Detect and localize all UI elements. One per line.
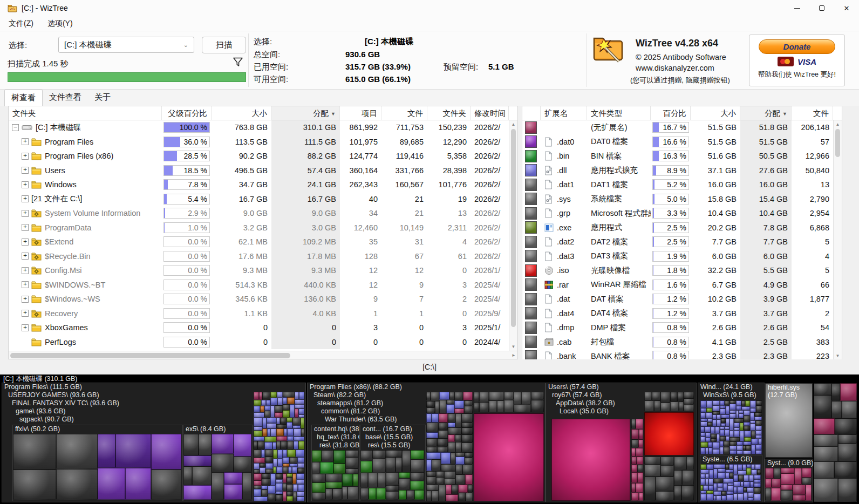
- treemap-tile[interactable]: [265, 469, 273, 473]
- treemap-tile[interactable]: [254, 489, 261, 496]
- treemap-tile[interactable]: [737, 451, 743, 454]
- treemap-tile[interactable]: [266, 400, 270, 406]
- treemap-tile[interactable]: [444, 471, 455, 479]
- treemap-tile[interactable]: [835, 418, 857, 434]
- treemap-tile[interactable]: [774, 468, 781, 479]
- treemap-tile[interactable]: [711, 434, 717, 438]
- treemap-tile[interactable]: [707, 422, 712, 426]
- treemap-tile[interactable]: [261, 486, 268, 489]
- treemap-tile[interactable]: [254, 458, 265, 463]
- treemap-tile[interactable]: [755, 445, 762, 450]
- treemap-tile[interactable]: [277, 392, 283, 398]
- treemap-tile[interactable]: [56, 434, 98, 469]
- treemap-tile[interactable]: [465, 458, 473, 465]
- treemap-tile[interactable]: [712, 419, 717, 426]
- treemap-tile[interactable]: [514, 405, 531, 412]
- treemap-tile[interactable]: [814, 461, 834, 478]
- treemap-tile[interactable]: [781, 468, 794, 473]
- treemap-tile[interactable]: [224, 472, 242, 484]
- treemap-tile[interactable]: [448, 442, 455, 452]
- treemap-tile[interactable]: [464, 400, 473, 406]
- treemap-tile[interactable]: [781, 490, 793, 501]
- column-header-3[interactable]: 分配▼: [271, 106, 340, 120]
- treemap-tile[interactable]: [333, 450, 345, 464]
- treemap-tile[interactable]: [465, 452, 473, 458]
- treemap-tile[interactable]: [296, 473, 304, 480]
- ext-row[interactable]: .exe應用程式2.5 %20.2 GB7.8 GB6,868: [522, 221, 842, 235]
- treemap-tile[interactable]: [754, 494, 761, 501]
- treemap-tile[interactable]: [399, 472, 410, 478]
- treemap-tile[interactable]: [376, 488, 386, 500]
- treemap-tile[interactable]: [426, 491, 432, 501]
- treemap-tile[interactable]: [802, 478, 812, 485]
- treemap-tile[interactable]: [276, 479, 283, 483]
- treemap-tile[interactable]: [98, 468, 125, 500]
- treemap-tile[interactable]: [345, 450, 358, 457]
- ext-row[interactable]: .dat4DAT4 檔案1.2 %3.7 GB3.7 GB2: [522, 307, 842, 321]
- treemap-tile[interactable]: [325, 488, 332, 500]
- treemap-tile[interactable]: [277, 459, 283, 467]
- treemap-tile[interactable]: [437, 438, 448, 447]
- treemap-tile[interactable]: [260, 406, 264, 412]
- tree-row[interactable]: +Windows7.8 %34.7 GB24.1 GB262,343160,56…: [9, 178, 517, 192]
- treemap-tile[interactable]: [275, 405, 283, 412]
- drive-combobox[interactable]: [C:] 本機磁碟 ⌄: [58, 37, 194, 53]
- treemap-tile[interactable]: [726, 418, 730, 426]
- treemap-tile[interactable]: [720, 441, 724, 447]
- treemap-tile[interactable]: [756, 400, 762, 405]
- treemap-tile[interactable]: [721, 418, 726, 423]
- treemap-tile[interactable]: [441, 464, 455, 471]
- treemap-tile[interactable]: [736, 406, 741, 410]
- treemap-tile[interactable]: [707, 418, 712, 422]
- treemap-tile[interactable]: [444, 479, 455, 485]
- treemap-tile[interactable]: [295, 392, 299, 399]
- treemap-tile[interactable]: [322, 450, 333, 462]
- treemap-tile[interactable]: [700, 464, 706, 469]
- ext-row[interactable]: .dmpDMP 檔案0.8 %2.6 GB2.6 GB54: [522, 321, 842, 335]
- expand-icon[interactable]: +: [22, 239, 29, 246]
- treemap-tile[interactable]: [446, 404, 454, 413]
- column-header-0[interactable]: 文件夹: [9, 106, 162, 120]
- treemap-tile[interactable]: [639, 429, 643, 439]
- treemap-tile[interactable]: [455, 442, 461, 452]
- treemap-tile[interactable]: [466, 493, 473, 501]
- treemap-tile[interactable]: [455, 474, 465, 485]
- treemap-tile[interactable]: [183, 485, 212, 500]
- treemap-tile[interactable]: [726, 494, 733, 501]
- column-header-5[interactable]: 文件: [381, 106, 427, 120]
- treemap-tile[interactable]: [372, 450, 386, 459]
- treemap-tile[interactable]: [342, 486, 347, 500]
- treemap-tile[interactable]: [838, 478, 857, 502]
- expand-icon[interactable]: +: [22, 210, 29, 217]
- treemap-tile[interactable]: [716, 495, 721, 501]
- scroll-up-icon[interactable]: ▲: [509, 122, 517, 127]
- ext-row[interactable]: .bankBANK 檔案0.8 %2.3 GB2.3 GB223: [522, 349, 842, 360]
- treemap-tile[interactable]: [705, 426, 711, 432]
- treemap-tile[interactable]: [254, 426, 262, 431]
- treemap-tile[interactable]: [814, 383, 831, 395]
- treemap-tile[interactable]: [718, 472, 725, 479]
- treemap-tile[interactable]: [320, 462, 333, 474]
- treemap-tile[interactable]: [521, 392, 531, 405]
- treemap-tile[interactable]: [765, 488, 771, 501]
- treemap-tile[interactable]: [287, 441, 294, 449]
- treemap-tile[interactable]: [644, 457, 660, 465]
- treemap-tile[interactable]: [748, 498, 754, 501]
- treemap-tile[interactable]: [720, 447, 724, 454]
- treemap-tile[interactable]: [674, 485, 681, 501]
- treemap-tile[interactable]: [283, 483, 287, 491]
- treemap-tile[interactable]: [717, 414, 721, 419]
- treemap-tile[interactable]: [270, 398, 277, 405]
- treemap-tile[interactable]: [276, 483, 283, 491]
- treemap-tile[interactable]: [831, 383, 840, 401]
- treemap-tile[interactable]: [295, 399, 304, 404]
- treemap-tile[interactable]: [294, 441, 298, 449]
- treemap-tile[interactable]: [254, 496, 268, 501]
- treemap-tile[interactable]: [276, 441, 281, 449]
- treemap-tile[interactable]: [262, 479, 270, 486]
- expand-icon[interactable]: +: [22, 324, 29, 331]
- treemap-tile[interactable]: [771, 488, 781, 501]
- treemap-tile[interactable]: [713, 479, 723, 483]
- treemap-tile[interactable]: [298, 408, 304, 414]
- treemap-tile[interactable]: [746, 464, 751, 468]
